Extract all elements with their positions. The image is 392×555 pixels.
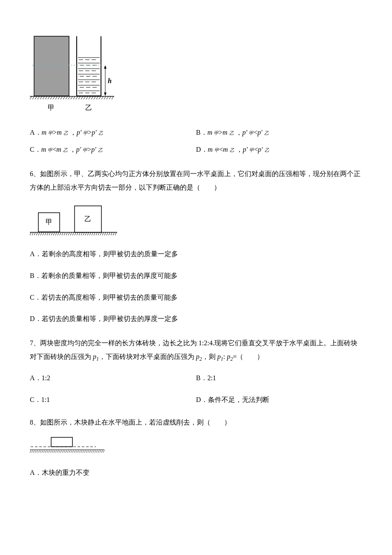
svg-line-156: [88, 450, 89, 453]
svg-line-133: [49, 450, 50, 453]
svg-line-149: [76, 450, 77, 453]
question-5-figure: h 甲 乙: [30, 30, 362, 119]
svg-line-157: [89, 450, 91, 453]
svg-line-89: [53, 233, 55, 235]
svg-line-116: [111, 233, 112, 235]
option-a: A．m 甲>m 乙 ，p' 甲>p' 乙: [30, 127, 196, 138]
svg-line-118: [115, 233, 116, 235]
svg-line-104: [85, 233, 86, 235]
svg-marker-35: [104, 92, 107, 96]
svg-line-100: [77, 233, 78, 235]
svg-line-131: [45, 450, 46, 453]
svg-line-86: [47, 233, 48, 235]
svg-text:乙: 乙: [84, 215, 91, 223]
svg-line-55: [73, 97, 75, 99]
svg-line-87: [49, 233, 50, 235]
svg-line-95: [66, 233, 67, 235]
svg-line-109: [96, 233, 97, 235]
svg-line-101: [79, 233, 80, 235]
svg-line-150: [78, 450, 79, 453]
svg-line-145: [69, 450, 70, 453]
option-a: A．1:2: [30, 373, 196, 384]
svg-line-114: [107, 233, 108, 235]
svg-line-85: [45, 233, 46, 235]
svg-line-88: [51, 233, 52, 235]
svg-line-69: [109, 97, 111, 99]
svg-line-66: [101, 97, 103, 99]
svg-text:甲: 甲: [46, 218, 52, 225]
svg-line-111: [100, 233, 101, 235]
figure-6-svg: 甲 乙: [30, 203, 119, 237]
question-8-options: A．木块的重力不变: [30, 467, 362, 478]
svg-rect-0: [34, 36, 69, 96]
svg-line-134: [50, 450, 52, 453]
svg-line-162: [98, 450, 99, 453]
svg-line-90: [55, 233, 57, 235]
option-d: D．条件不足，无法判断: [196, 394, 362, 405]
svg-line-57: [78, 97, 80, 99]
svg-line-147: [72, 450, 74, 453]
option-b: B．若剩余的质量相等，则甲被切去的厚度可能多: [30, 270, 362, 281]
svg-line-155: [86, 450, 87, 453]
svg-line-81: [36, 233, 37, 235]
svg-line-154: [84, 450, 86, 453]
svg-line-136: [54, 450, 55, 453]
svg-line-67: [104, 97, 106, 99]
svg-line-64: [96, 97, 98, 99]
question-6-options: A．若剩余的高度相等，则甲被切去的质量一定多 B．若剩余的质量相等，则甲被切去的…: [30, 249, 362, 324]
svg-line-142: [64, 450, 65, 453]
svg-line-129: [42, 450, 43, 453]
question-6-figure: 甲 乙: [30, 203, 362, 240]
svg-line-138: [57, 450, 58, 453]
svg-line-139: [59, 450, 60, 453]
svg-line-39: [32, 97, 34, 99]
svg-line-115: [109, 233, 110, 235]
svg-line-65: [99, 97, 101, 99]
question-7-text: 7、两块密度均匀的完全一样的长方体砖块，边长之比为 1:2:4.现将它们垂直交叉…: [30, 336, 362, 364]
svg-line-79: [32, 233, 33, 235]
svg-line-163: [100, 450, 101, 453]
svg-line-161: [96, 450, 98, 453]
svg-line-128: [40, 450, 41, 453]
svg-line-124: [33, 450, 35, 453]
svg-line-98: [72, 233, 74, 235]
svg-line-78: [30, 233, 31, 235]
question-6-text: 6、如图所示，甲、乙两实心均匀正方体分别放置在同一水平桌面上，它们对桌面的压强相…: [30, 167, 362, 194]
svg-line-94: [64, 233, 65, 235]
svg-line-96: [68, 233, 69, 235]
svg-line-50: [61, 97, 62, 99]
svg-line-144: [67, 450, 69, 453]
svg-line-132: [47, 450, 48, 453]
option-a: A．木块的重力不变: [30, 467, 362, 478]
svg-line-112: [102, 233, 104, 235]
svg-line-160: [95, 450, 96, 453]
question-5-options: A．m 甲>m 乙 ，p' 甲>p' 乙 B．m 甲>m 乙 ，p' 甲<p' …: [30, 127, 362, 155]
svg-line-126: [37, 450, 38, 453]
svg-line-123: [32, 450, 33, 453]
option-d: D．m 甲<m 乙 ，p' 甲<p' 乙: [196, 144, 362, 155]
svg-line-70: [112, 97, 113, 99]
svg-line-47: [53, 97, 55, 99]
svg-line-105: [87, 233, 89, 235]
option-c: C．m 甲<m 乙 ，p' 甲>p' 乙: [30, 144, 196, 155]
svg-line-165: [103, 450, 104, 453]
svg-line-148: [74, 450, 75, 453]
svg-line-54: [71, 97, 72, 99]
svg-line-43: [43, 97, 44, 99]
svg-line-143: [66, 450, 67, 453]
question-8-figure: [30, 436, 362, 459]
svg-line-92: [60, 233, 61, 235]
svg-text:乙: 乙: [85, 104, 92, 111]
svg-line-59: [84, 97, 85, 99]
svg-line-113: [104, 233, 106, 235]
option-c: C．1:1: [30, 394, 196, 405]
svg-line-103: [83, 233, 84, 235]
option-b: B．2:1: [196, 373, 362, 384]
svg-line-152: [81, 450, 82, 453]
svg-line-60: [86, 97, 88, 99]
question-7-options: A．1:2 B．2:1 C．1:1 D．条件不足，无法判断: [30, 373, 362, 405]
svg-rect-119: [51, 437, 72, 447]
svg-line-52: [66, 97, 67, 99]
question-8-text: 8、如图所示，木块静止在水平地面上，若沿虚线削去，则（ ）: [30, 417, 362, 428]
svg-line-41: [37, 97, 39, 99]
